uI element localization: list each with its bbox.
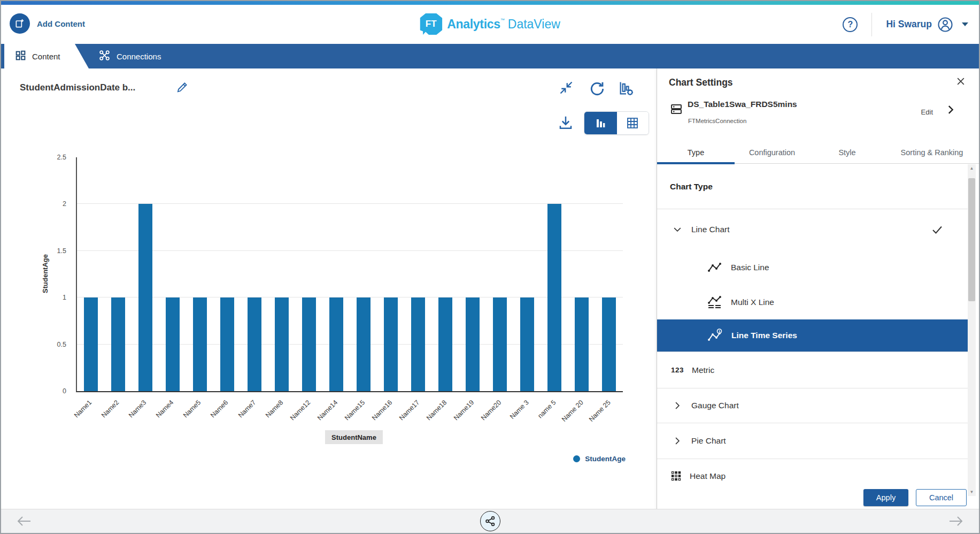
bar-Name 3[interactable]	[520, 297, 534, 391]
tab-configuration[interactable]: Configuration	[735, 141, 809, 163]
collapse-icon[interactable]	[559, 80, 574, 97]
main-nav: Content Connections	[1, 44, 979, 68]
metric-123-icon: 123	[671, 366, 684, 374]
header-divider	[871, 13, 872, 36]
panel-title: Chart Settings	[669, 77, 733, 88]
bar-Name 25[interactable]	[602, 297, 616, 391]
chart-type-gauge-chart[interactable]: Gauge Chart	[657, 388, 968, 423]
bottom-bar	[1, 509, 979, 533]
bar-Name12[interactable]	[302, 297, 316, 391]
chart-type-basic-line[interactable]: Basic Line	[657, 250, 968, 285]
x-tick-slot: name 5	[541, 391, 568, 433]
y-tick-label: 0	[63, 387, 66, 395]
tab-type[interactable]: Type	[657, 141, 735, 163]
x-axis-title: StudentName	[325, 430, 383, 444]
download-icon[interactable]	[558, 115, 574, 133]
bar-slot	[104, 157, 132, 391]
bar-Name6[interactable]	[220, 297, 234, 391]
add-content-icon	[10, 13, 30, 34]
tab-content[interactable]: Content	[4, 44, 89, 68]
chart-type-label: Line Chart	[691, 225, 730, 234]
tab-connections[interactable]: Connections	[98, 44, 161, 68]
settings-tabs: Type Configuration Style Sorting & Ranki…	[657, 141, 979, 164]
chart-type-line-chart[interactable]: Line Chart	[657, 209, 968, 250]
chevron-down-icon[interactable]	[962, 22, 968, 26]
bar-Name17[interactable]	[411, 297, 425, 391]
edit-title-icon[interactable]	[175, 80, 189, 96]
chevron-right-icon[interactable]	[945, 104, 956, 118]
legend-marker	[573, 455, 580, 462]
bar-Name14[interactable]	[329, 297, 343, 391]
bar-Name2[interactable]	[111, 297, 125, 391]
chart-type-metric[interactable]: 123 Metric	[657, 352, 968, 388]
bar-slot	[241, 157, 268, 391]
cancel-button[interactable]: Cancel	[916, 489, 967, 506]
app-logo: FT Analytics ™ DataView	[420, 13, 560, 35]
legend: StudentAge	[573, 455, 626, 463]
chevron-right-icon	[672, 436, 683, 446]
bars	[77, 157, 623, 391]
bar-Name20[interactable]	[493, 297, 507, 391]
tab-sorting-ranking[interactable]: Sorting & Ranking	[885, 141, 979, 163]
refresh-icon[interactable]	[589, 80, 606, 100]
chart-settings-icon[interactable]	[618, 80, 634, 98]
bar-Name5[interactable]	[193, 297, 207, 391]
bar-Name 20[interactable]	[575, 297, 589, 391]
x-tick-label: Name1	[73, 399, 93, 419]
header-actions: ? Hi Swarup	[843, 5, 968, 44]
multi-x-line-icon	[707, 296, 722, 309]
bar-slot	[132, 157, 159, 391]
close-icon[interactable]	[955, 76, 966, 89]
share-button[interactable]	[480, 511, 500, 531]
bar-Name8[interactable]	[275, 297, 289, 391]
bar-slot	[514, 157, 541, 391]
heat-map-icon	[671, 471, 682, 482]
content-grid-icon	[15, 50, 26, 63]
scrollbar-thumb[interactable]	[968, 178, 975, 301]
basic-line-icon	[707, 262, 722, 273]
chart-type-label: Pie Chart	[691, 436, 726, 446]
chart-type-pie-chart[interactable]: Pie Chart	[657, 423, 968, 459]
x-tick-slot: Name 25	[596, 391, 623, 433]
page-right-arrow-icon[interactable]	[948, 514, 964, 530]
page-left-arrow-icon[interactable]	[16, 514, 32, 530]
help-icon[interactable]: ?	[843, 17, 858, 32]
check-icon	[931, 223, 944, 236]
ft-logo-badge: FT	[420, 13, 442, 35]
chart-type-line-time-series[interactable]: Line Time Series	[657, 319, 968, 352]
bar-Name7[interactable]	[248, 297, 261, 391]
bar-Name1[interactable]	[84, 297, 98, 391]
x-tick-slot: Name18	[432, 391, 459, 433]
user-avatar-icon[interactable]	[937, 17, 953, 33]
logo-trademark: ™	[500, 18, 505, 22]
datasource-name: DS_Table1Swa_FRDS5mins	[688, 100, 797, 109]
chart-type-list: Chart Type Line Chart Basic Line	[657, 165, 968, 483]
add-content-button[interactable]: Add Content	[10, 13, 85, 34]
line-time-series-icon	[707, 329, 722, 342]
apply-button[interactable]: Apply	[863, 489, 908, 506]
chart-type-multi-x-line[interactable]: Multi X Line	[657, 285, 968, 319]
x-tick-slot: Name16	[377, 391, 405, 433]
edit-datasource-button[interactable]: Edit	[921, 108, 933, 116]
x-tick-slot: Name5	[186, 391, 213, 433]
scroll-down-icon[interactable]: ▼	[968, 488, 976, 496]
user-greeting: Hi Swarup	[886, 19, 932, 30]
bar-name 5[interactable]	[547, 204, 561, 391]
panel-scrollbar: ▲ ▼	[968, 164, 976, 496]
tab-style[interactable]: Style	[809, 141, 885, 163]
scroll-up-icon[interactable]: ▲	[968, 164, 976, 172]
bar-slot	[432, 157, 459, 391]
y-tick-label: 1	[63, 294, 66, 301]
bar-Name15[interactable]	[357, 297, 371, 391]
y-tick-labels: 00.511.522.5	[45, 157, 72, 391]
bar-Name4[interactable]	[166, 297, 180, 391]
chart-type-label: Line Time Series	[731, 331, 797, 340]
chart-type-heat-map[interactable]: Heat Map	[657, 459, 968, 483]
bar-slot	[295, 157, 322, 391]
bar-Name19[interactable]	[466, 297, 480, 391]
bar-Name16[interactable]	[384, 297, 398, 391]
bar-Name3[interactable]	[138, 204, 152, 391]
bar-Name18[interactable]	[438, 297, 452, 391]
table-view-button[interactable]	[617, 112, 649, 134]
chart-view-button[interactable]	[584, 112, 617, 134]
